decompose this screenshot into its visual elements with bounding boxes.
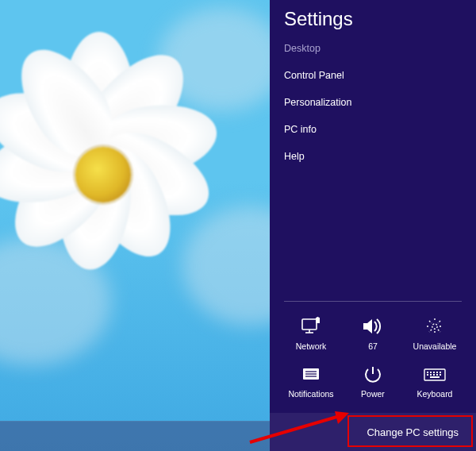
menu-desktop[interactable]: Desktop	[274, 35, 471, 62]
notifications-icon	[300, 362, 322, 386]
network-icon	[300, 314, 322, 338]
settings-menu: Desktop Control Panel Personalization PC…	[270, 35, 476, 170]
notifications-label: Notifications	[288, 389, 333, 399]
svg-line-11	[438, 330, 440, 332]
menu-personalization[interactable]: Personalization	[274, 89, 471, 116]
volume-tile[interactable]: 67	[344, 314, 401, 357]
svg-rect-24	[427, 374, 428, 376]
svg-rect-19	[427, 372, 428, 373]
svg-line-10	[429, 321, 432, 323]
svg-rect-3	[316, 318, 320, 323]
svg-rect-4	[317, 317, 319, 318]
keyboard-tile[interactable]: Keyboard	[406, 362, 463, 405]
brightness-tile[interactable]: Unavailable	[406, 314, 463, 357]
power-icon	[362, 362, 384, 386]
svg-rect-23	[440, 372, 441, 373]
svg-rect-26	[433, 374, 435, 376]
quick-tiles: Network 67	[270, 314, 476, 405]
menu-pc-info[interactable]: PC info	[274, 116, 471, 143]
menu-help[interactable]: Help	[274, 143, 471, 170]
settings-title: Settings	[270, 0, 476, 35]
brightness-icon	[424, 314, 446, 338]
svg-line-13	[429, 330, 432, 332]
settings-charm-panel: Settings Desktop Control Panel Personali…	[270, 0, 476, 451]
change-pc-settings-link[interactable]: Change PC settings	[270, 413, 476, 451]
svg-rect-27	[436, 374, 438, 376]
menu-control-panel[interactable]: Control Panel	[274, 62, 471, 89]
divider	[284, 301, 462, 302]
svg-rect-28	[440, 374, 441, 376]
power-label: Power	[361, 389, 385, 399]
change-pc-settings-label: Change PC settings	[367, 426, 459, 438]
volume-icon	[362, 314, 384, 338]
svg-rect-20	[430, 372, 432, 373]
svg-rect-21	[433, 372, 435, 373]
notifications-tile[interactable]: Notifications	[282, 362, 340, 405]
svg-point-5	[432, 324, 437, 329]
network-label: Network	[296, 341, 327, 351]
desktop-wallpaper	[0, 0, 270, 451]
svg-rect-29	[430, 376, 440, 378]
svg-line-12	[438, 321, 440, 323]
keyboard-icon	[423, 362, 447, 386]
taskbar[interactable]	[0, 421, 270, 451]
svg-rect-22	[436, 372, 438, 373]
volume-label: 67	[368, 341, 378, 351]
network-tile[interactable]: Network	[282, 314, 340, 357]
svg-rect-25	[430, 374, 432, 376]
keyboard-label: Keyboard	[417, 389, 453, 399]
svg-rect-0	[302, 319, 317, 330]
power-tile[interactable]: Power	[344, 362, 401, 405]
brightness-label: Unavailable	[413, 341, 457, 351]
